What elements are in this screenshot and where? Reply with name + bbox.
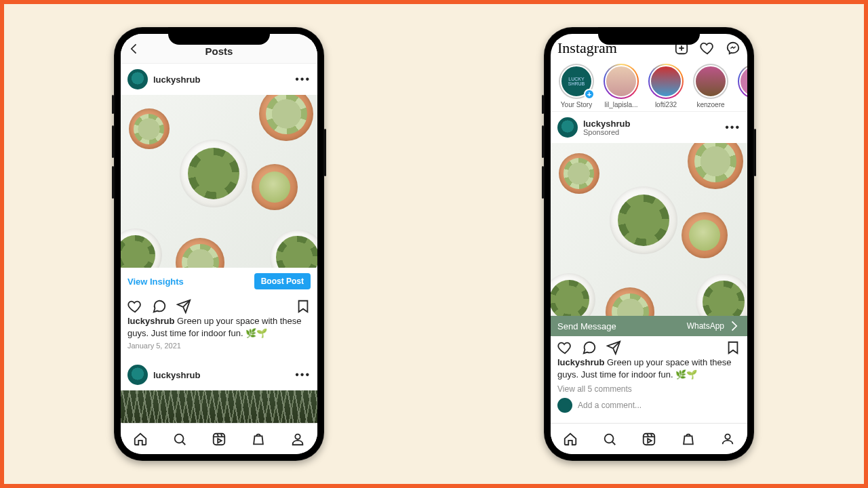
reels-icon[interactable] (642, 432, 656, 447)
post-header: luckyshrub ••• (121, 64, 317, 95)
phone-left: LUCKYSHRUB Posts luckyshrub ••• (114, 27, 324, 461)
share-icon[interactable] (606, 340, 621, 355)
activity-icon[interactable] (700, 41, 715, 56)
post-actions (121, 295, 317, 315)
more-icon[interactable]: ••• (295, 369, 311, 381)
comment-icon[interactable] (152, 299, 167, 314)
story-your-story[interactable]: LUCKYSHRUB+ Your Story (557, 64, 595, 108)
insights-row: View Insights Boost Post (121, 268, 317, 295)
add-story-icon[interactable]: + (584, 89, 595, 100)
screen-left: LUCKYSHRUB Posts luckyshrub ••• (121, 34, 317, 454)
avatar[interactable] (127, 69, 148, 89)
svg-point-0 (175, 434, 184, 443)
share-icon[interactable] (176, 299, 191, 314)
profile-icon[interactable] (720, 432, 735, 447)
svg-point-18 (725, 434, 730, 439)
comment-icon[interactable] (582, 340, 597, 355)
post-image[interactable] (551, 143, 747, 316)
header-title: Posts (205, 46, 233, 58)
cta-label: Send Message (557, 321, 616, 331)
username[interactable]: luckyshrub (153, 75, 200, 85)
cta-bar[interactable]: Send Message WhatsApp (551, 316, 747, 336)
svg-marker-17 (648, 439, 652, 443)
post-date: January 5, 2021 (121, 342, 317, 355)
post-actions (551, 336, 747, 357)
shop-icon[interactable] (251, 432, 266, 447)
story-item[interactable]: sa (736, 64, 747, 108)
profile-icon[interactable] (290, 432, 305, 447)
username[interactable]: luckyshrub (153, 370, 200, 380)
avatar[interactable] (127, 365, 148, 385)
instagram-logo[interactable]: Instagram (557, 39, 617, 57)
search-icon[interactable] (172, 432, 187, 447)
story-item[interactable]: lil_lapisla... (602, 64, 640, 108)
svg-line-1 (182, 441, 186, 445)
svg-point-11 (605, 434, 614, 443)
avatar[interactable] (557, 117, 578, 138)
post-header: luckyshrub ••• (121, 359, 317, 390)
post-image[interactable] (121, 95, 317, 268)
messenger-icon[interactable] (726, 41, 741, 56)
posts-header: LUCKYSHRUB Posts (121, 34, 317, 64)
svg-marker-6 (218, 439, 222, 443)
save-icon[interactable] (296, 299, 311, 314)
new-post-icon[interactable] (674, 41, 689, 56)
add-comment-row[interactable]: Add a comment... (551, 396, 747, 418)
caption: luckyshrub Green up your space with thes… (551, 357, 747, 383)
like-icon[interactable] (127, 299, 142, 314)
more-icon[interactable]: ••• (725, 121, 741, 134)
tab-bar (121, 423, 317, 454)
view-insights-link[interactable]: View Insights (127, 277, 184, 287)
caption: luckyshrub Green up your space with thes… (121, 315, 317, 342)
boost-post-button[interactable]: Boost Post (254, 273, 311, 289)
post-header: luckyshrub Sponsored ••• (551, 112, 747, 143)
more-icon[interactable]: ••• (295, 73, 311, 85)
story-item[interactable]: kenzoere (692, 64, 730, 108)
story-item[interactable]: lofti232 (647, 64, 685, 108)
feed-header: Instagram (551, 34, 747, 61)
svg-line-12 (612, 441, 616, 445)
home-icon[interactable] (133, 432, 148, 447)
shop-icon[interactable] (681, 432, 696, 447)
tab-bar (551, 423, 747, 454)
caption-username[interactable]: luckyshrub (557, 357, 604, 367)
stories-tray[interactable]: LUCKYSHRUB+ Your Story lil_lapisla... lo… (551, 61, 747, 112)
phone-right: Instagram LUCKYSHRUB+ Your Story lil_lap… (544, 27, 754, 461)
view-comments-link[interactable]: View all 5 comments (551, 383, 747, 396)
cta-channel: WhatsApp (687, 321, 724, 331)
caption-username[interactable]: luckyshrub (127, 316, 174, 326)
add-comment-placeholder: Add a comment... (578, 401, 642, 410)
avatar (557, 398, 572, 413)
post-image[interactable] (121, 390, 317, 423)
username[interactable]: luckyshrub (583, 119, 630, 129)
search-icon[interactable] (602, 432, 617, 447)
back-icon[interactable] (127, 42, 141, 56)
svg-point-7 (295, 434, 300, 439)
save-icon[interactable] (726, 340, 741, 355)
home-icon[interactable] (563, 432, 578, 447)
sponsored-label: Sponsored (583, 129, 630, 136)
like-icon[interactable] (557, 340, 572, 355)
reels-icon[interactable] (212, 432, 226, 447)
screen-right: Instagram LUCKYSHRUB+ Your Story lil_lap… (551, 34, 747, 454)
